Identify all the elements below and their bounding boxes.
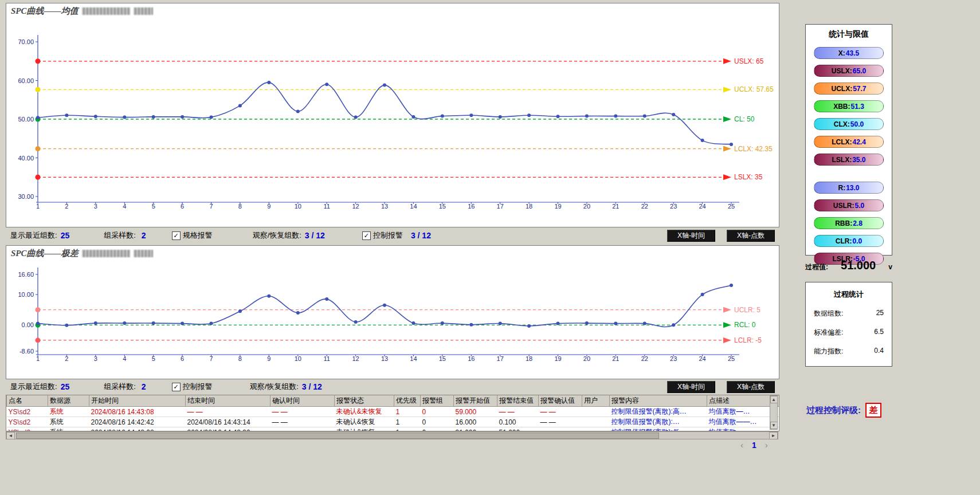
data-point bbox=[210, 116, 213, 119]
x-tick-label: 11 bbox=[323, 355, 330, 362]
mean-chart-controls: 显示最近组数: 25 组采样数: 2 ✓ 规格报警 观察/恢复组数: 3 / 1… bbox=[6, 228, 778, 243]
range-chart-canvas: 16.6010.000.00-8.60123456789101112131415… bbox=[6, 246, 779, 379]
alarm-cell: 16.000 bbox=[454, 417, 497, 427]
data-point bbox=[701, 293, 704, 296]
column-header[interactable]: 点描述 bbox=[707, 395, 779, 407]
limit-arrow-icon bbox=[723, 337, 731, 343]
column-header[interactable]: 报警内容 bbox=[610, 395, 707, 407]
control-alarm-checkbox[interactable]: ✓ bbox=[362, 231, 371, 240]
data-point bbox=[65, 113, 68, 117]
x-tick-label: 4 bbox=[123, 355, 126, 362]
x-tick-label: 1 bbox=[36, 355, 40, 362]
limit-dot-UCLX bbox=[36, 87, 41, 92]
column-header[interactable]: 确认时间 bbox=[271, 395, 335, 407]
control-alarm-value: 3 / 12 bbox=[411, 231, 431, 240]
scroll-down-icon[interactable]: ▼ bbox=[770, 422, 778, 429]
column-header[interactable]: 用户 bbox=[582, 395, 610, 407]
process-stats-panel: 过程统计 数据组数:25标准偏差:6.5能力指数:0.4 bbox=[805, 282, 892, 367]
data-point bbox=[499, 322, 502, 325]
process-stats-rows: 数据组数:25标准偏差:6.5能力指数:0.4 bbox=[806, 309, 892, 356]
column-header[interactable]: 点名 bbox=[7, 395, 48, 407]
column-header[interactable]: 报警确认值 bbox=[539, 395, 582, 407]
x-axis-points-button[interactable]: X轴-点数 bbox=[727, 381, 775, 393]
x-axis-time-button[interactable]: X轴-时间 bbox=[667, 230, 715, 242]
process-value: 51.000 bbox=[828, 259, 888, 272]
prev-page-icon[interactable]: ‹ bbox=[740, 440, 743, 450]
data-point bbox=[527, 324, 531, 328]
scroll-left-icon[interactable]: ◄ bbox=[6, 432, 15, 439]
limit-label-LCLX: LCLX: 42.35 bbox=[734, 145, 773, 153]
limit-dot-UCLR bbox=[36, 307, 41, 312]
y-tick-label: 50.00 bbox=[18, 116, 34, 123]
data-point bbox=[210, 322, 213, 325]
process-stats-title: 过程统计 bbox=[806, 289, 892, 300]
x-tick-label: 6 bbox=[181, 203, 184, 210]
limit-dot-LSLX bbox=[36, 175, 41, 180]
alarm-row[interactable]: YS\sd2系统2024/08/16 14:43:08— —— —未确认&未恢复… bbox=[7, 407, 779, 417]
alarm-cell bbox=[582, 407, 610, 417]
data-point bbox=[556, 322, 560, 325]
x-axis-time-button[interactable]: X轴-时间 bbox=[667, 381, 715, 393]
mean-chart-panel: SPC曲线——均值 70.0060.0050.0040.0030.0012345… bbox=[6, 3, 779, 227]
process-stat-row: 数据组数:25 bbox=[806, 309, 892, 319]
column-header[interactable]: 报警开始值 bbox=[454, 395, 497, 407]
next-page-icon[interactable]: › bbox=[765, 440, 768, 450]
alarm-cell: 2024/08/16 14:42:42 bbox=[89, 417, 186, 427]
column-header[interactable]: 报警组 bbox=[421, 395, 454, 407]
limit-label-LCLR: LCLR: -5 bbox=[734, 336, 762, 344]
data-point bbox=[441, 321, 444, 325]
stat-pill-list: X:43.5USLX:65.0UCLX:57.7XBB:51.3CLX:50.0… bbox=[806, 47, 892, 265]
alarm-row[interactable]: YS\sd2系统2024/08/16 14:42:422024/08/16 14… bbox=[7, 417, 779, 427]
scroll-right-icon[interactable]: ► bbox=[769, 432, 778, 439]
data-point bbox=[469, 323, 473, 327]
scroll-up-icon[interactable]: ▲ bbox=[770, 396, 778, 403]
table-horizontal-scrollbar[interactable]: ◄ ► bbox=[6, 431, 778, 439]
control-alarm-checkbox[interactable]: ✓ bbox=[172, 383, 181, 391]
alarm-cell: 未确认&恢复 bbox=[335, 417, 394, 427]
mean-chart-title: SPC曲线——均值 bbox=[11, 6, 153, 17]
data-point bbox=[614, 115, 617, 118]
column-header[interactable]: 优先级 bbox=[394, 395, 421, 407]
limit-arrow-icon bbox=[723, 116, 731, 122]
data-point bbox=[383, 304, 386, 307]
check-icon: ✓ bbox=[174, 233, 179, 239]
column-header[interactable]: 报警状态 bbox=[335, 395, 394, 407]
x-tick-label: 8 bbox=[238, 355, 242, 362]
x-tick-label: 22 bbox=[641, 203, 648, 210]
alarm-row[interactable]: YS\sd2系统2024/08/16 14:42:022024/08/16 14… bbox=[7, 427, 779, 432]
scrollbar-thumb[interactable] bbox=[16, 433, 659, 439]
x-tick-label: 2 bbox=[65, 355, 68, 362]
data-point bbox=[556, 115, 560, 118]
data-point bbox=[152, 321, 155, 325]
stat-pill-R: R:13.0 bbox=[814, 182, 884, 194]
redacted-text bbox=[134, 7, 153, 15]
y-tick-label: 10.00 bbox=[18, 291, 34, 298]
sample-count-label: 组采样数: bbox=[104, 382, 136, 392]
spec-alarm-checkbox[interactable]: ✓ bbox=[172, 231, 181, 240]
limit-label-USLX: USLX: 65 bbox=[734, 57, 764, 65]
x-tick-label: 3 bbox=[94, 203, 97, 210]
x-tick-label: 24 bbox=[699, 355, 705, 362]
limit-label-UCLX: UCLX: 57.65 bbox=[734, 85, 774, 93]
limit-arrow-icon bbox=[723, 87, 731, 92]
x-tick-label: 8 bbox=[238, 203, 242, 210]
data-point bbox=[499, 115, 502, 119]
column-header[interactable]: 数据源 bbox=[48, 395, 89, 407]
watch-recover-value: 3 / 12 bbox=[302, 382, 322, 391]
x-tick-label: 20 bbox=[583, 355, 590, 362]
column-header[interactable]: 结束时间 bbox=[186, 395, 271, 407]
pagination: ‹ 1 › bbox=[740, 440, 768, 450]
data-point bbox=[527, 113, 531, 117]
alarm-cell: 系统 bbox=[48, 427, 89, 432]
alarm-cell: 2024/08/16 14:42:02 bbox=[89, 427, 186, 432]
data-point bbox=[730, 143, 733, 146]
series-line bbox=[38, 82, 731, 144]
column-header[interactable]: 开始时间 bbox=[89, 395, 186, 407]
x-axis-points-button[interactable]: X轴-点数 bbox=[727, 230, 775, 242]
redacted-text bbox=[134, 250, 153, 257]
limit-dot-USLX bbox=[36, 58, 41, 64]
table-vertical-scrollbar[interactable]: ▲ ▼ bbox=[770, 395, 778, 430]
column-header[interactable]: 报警结束值 bbox=[497, 395, 539, 407]
recent-groups-label: 显示最近组数: bbox=[10, 382, 57, 392]
data-point bbox=[469, 113, 473, 117]
